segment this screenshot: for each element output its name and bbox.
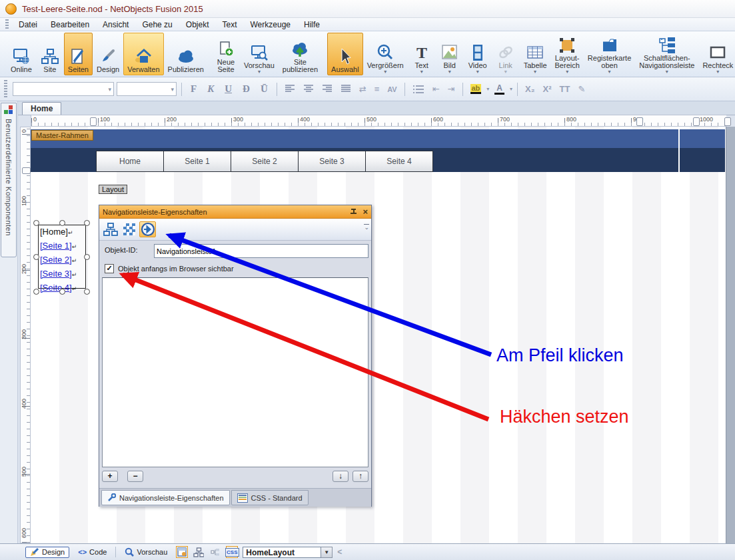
scroll-left-icon[interactable]: < bbox=[337, 547, 342, 557]
objekt-id-input[interactable] bbox=[154, 244, 368, 258]
selection-handle[interactable] bbox=[84, 220, 90, 226]
remove-item-button[interactable]: − bbox=[127, 471, 143, 482]
navbar-button-seite-3[interactable]: Seite 3 bbox=[298, 151, 366, 172]
list-button[interactable] bbox=[412, 84, 424, 95]
selection-handle[interactable] bbox=[84, 254, 90, 260]
superscript-button[interactable]: X² bbox=[540, 84, 554, 94]
menu-gehe-zu[interactable]: Gehe zu bbox=[136, 19, 178, 30]
menu-objekt[interactable]: Objekt bbox=[180, 19, 215, 30]
tool-registerkarte-button[interactable]: Registerkarte oben ▾ bbox=[584, 33, 635, 75]
line-spacing-button[interactable]: ≡ bbox=[372, 84, 382, 94]
selection-handle[interactable] bbox=[33, 220, 39, 226]
move-up-button[interactable]: ↑ bbox=[353, 471, 368, 482]
ruler-guide-marker[interactable] bbox=[636, 117, 643, 126]
indent-button[interactable]: ⇥ bbox=[445, 84, 458, 94]
page-properties-icon[interactable] bbox=[176, 546, 188, 558]
align-right-button[interactable] bbox=[322, 84, 333, 95]
selection-handle[interactable] bbox=[84, 289, 90, 295]
tool-auswahl-button[interactable]: Auswahl bbox=[327, 33, 363, 75]
format-painter-button[interactable]: ✎ bbox=[575, 84, 588, 94]
layout-selector[interactable]: HomeLayout ▼ bbox=[243, 547, 333, 558]
tool-layout-bereich-button[interactable]: Layout-Bereich ▾ bbox=[551, 33, 584, 75]
css-view-button[interactable]: CSS bbox=[226, 546, 238, 558]
text-nav-list-object[interactable]: [Home]↵ [Seite 1]↵ [Seite 2]↵ [Seite 3]↵… bbox=[38, 225, 86, 289]
subscript-button[interactable]: X₂ bbox=[522, 84, 537, 94]
view-verwalten-button[interactable]: Verwalten bbox=[123, 33, 163, 75]
pin-icon[interactable] bbox=[350, 208, 357, 215]
align-justify-button[interactable] bbox=[341, 84, 351, 95]
font-size-select[interactable]: ▾ bbox=[117, 82, 177, 96]
transparency-view-icon[interactable] bbox=[121, 221, 137, 237]
tab-navigationsleiste-eigenschaften[interactable]: Navigationsleiste-Eigenschaften bbox=[101, 490, 230, 505]
horizontal-ruler[interactable]: 0 100 200 300 400 500 600 700 800 900 10… bbox=[31, 115, 726, 127]
page-canvas[interactable]: Master-Rahmen Home Seite 1 Seite 2 Seite… bbox=[31, 127, 726, 543]
text-wrap-button[interactable]: ⇄ bbox=[357, 84, 369, 94]
custom-components-tab[interactable]: Benutzerdefinierte Komponenten bbox=[1, 103, 17, 257]
small-caps-button[interactable]: TT bbox=[557, 84, 573, 94]
nav-list-item[interactable]: [Home] bbox=[40, 227, 68, 237]
menu-ansicht[interactable]: Ansicht bbox=[97, 19, 135, 30]
ruler-guide-marker[interactable] bbox=[724, 117, 731, 126]
move-down-button[interactable]: ↓ bbox=[333, 471, 349, 482]
menu-text[interactable]: Text bbox=[216, 19, 243, 30]
selection-handle[interactable] bbox=[59, 220, 65, 226]
layout-region-tag[interactable]: Layout bbox=[99, 185, 127, 194]
page-structure-icon[interactable] bbox=[209, 546, 221, 558]
outdent-button[interactable]: ⇤ bbox=[430, 84, 442, 94]
ruler-guide-marker[interactable] bbox=[22, 167, 31, 174]
vorschau-view-button[interactable]: Vorschau bbox=[121, 547, 171, 557]
selection-handle[interactable] bbox=[33, 254, 39, 260]
tool-tabelle-button[interactable]: Tabelle ▾ bbox=[520, 33, 551, 75]
nav-list-item[interactable]: [Seite 1] bbox=[40, 241, 72, 251]
navbar-button-seite-4[interactable]: Seite 4 bbox=[365, 151, 433, 172]
font-family-select[interactable]: ▾ bbox=[13, 82, 114, 96]
toolbar-overflow-icon[interactable]: ⌄ bbox=[364, 224, 369, 230]
view-publizieren-button[interactable]: Publizieren bbox=[164, 33, 208, 75]
tool-bild-button[interactable]: Bild ▾ bbox=[436, 33, 464, 75]
letter-spacing-button[interactable]: AV bbox=[384, 85, 399, 93]
selection-handle[interactable] bbox=[59, 289, 65, 295]
tool-rechteck-button[interactable]: Rechteck ▾ bbox=[698, 33, 735, 75]
tool-schaltflaechen-navigationsleiste-button[interactable]: Schaltflächen- Navigationsleiste ▾ bbox=[635, 33, 698, 75]
browser-visible-checkbox[interactable]: ✓ bbox=[105, 264, 114, 273]
nav-list-item[interactable]: [Seite 4] bbox=[40, 283, 72, 293]
add-item-button[interactable]: + bbox=[102, 471, 118, 482]
menu-werkzeuge[interactable]: Werkzeuge bbox=[245, 19, 297, 30]
tool-video-button[interactable]: Video ▾ bbox=[464, 33, 492, 75]
italic-button[interactable]: K bbox=[203, 83, 218, 95]
vorschau-button[interactable]: Vorschau ▾ bbox=[240, 33, 279, 75]
underline-button[interactable]: U bbox=[221, 83, 236, 95]
site-structure-icon[interactable] bbox=[193, 546, 205, 558]
tool-link-button[interactable]: Link ▾ bbox=[492, 33, 520, 75]
tab-home[interactable]: Home bbox=[22, 102, 61, 115]
goto-link-arrow-icon[interactable] bbox=[139, 221, 156, 237]
panel-title-bar[interactable]: Navigationsleiste-Eigenschaften × bbox=[99, 205, 371, 219]
ruler-guide-marker[interactable] bbox=[90, 117, 97, 126]
neue-seite-button[interactable]: Neue Seite bbox=[212, 33, 240, 75]
highlight-color-button[interactable]: ab bbox=[470, 84, 482, 94]
close-icon[interactable]: × bbox=[363, 208, 368, 215]
code-view-button[interactable]: <> Code bbox=[74, 547, 111, 557]
overline-button[interactable]: Ū bbox=[257, 83, 272, 95]
tool-text-button[interactable]: T Text ▾ bbox=[408, 33, 436, 75]
tool-vergroessern-button[interactable]: Vergrößern ▾ bbox=[363, 33, 408, 75]
navbar-button-seite-1[interactable]: Seite 1 bbox=[163, 151, 231, 172]
menu-hilfe[interactable]: Hilfe bbox=[298, 19, 326, 30]
align-left-button[interactable] bbox=[285, 84, 295, 95]
design-view-button[interactable]: Design bbox=[25, 547, 69, 558]
vertical-ruler[interactable]: 0 100 200 300 400 500 600 bbox=[20, 127, 31, 543]
selection-handle[interactable] bbox=[33, 289, 39, 295]
align-center-button[interactable] bbox=[303, 84, 314, 95]
nav-list-item[interactable]: [Seite 2] bbox=[40, 255, 72, 265]
nav-list-item[interactable]: [Seite 3] bbox=[40, 269, 72, 279]
vertical-scrollbar[interactable] bbox=[726, 127, 735, 543]
tab-css-standard[interactable]: CSS - Standard bbox=[231, 490, 309, 505]
nav-items-listbox[interactable] bbox=[102, 277, 368, 467]
menu-bearbeiten[interactable]: Bearbeiten bbox=[45, 19, 95, 30]
ruler-guide-marker[interactable] bbox=[693, 117, 700, 126]
view-site-button[interactable]: Site bbox=[36, 33, 64, 75]
view-design-button[interactable]: Design bbox=[93, 33, 123, 75]
site-publizieren-button[interactable]: Site publizieren bbox=[279, 33, 322, 75]
bold-button[interactable]: F bbox=[187, 83, 201, 95]
navbar-button-home[interactable]: Home bbox=[96, 151, 164, 172]
